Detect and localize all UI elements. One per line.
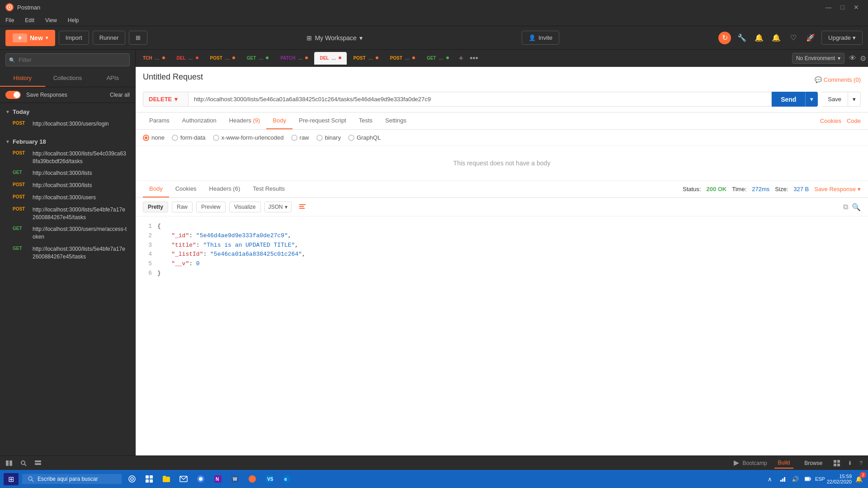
save-response-button[interactable]: Save Response ▾ xyxy=(814,186,861,192)
format-pretty-button[interactable]: Pretty xyxy=(143,202,168,212)
list-item[interactable]: POST http://localhost:3000/lists/5e4bfe7… xyxy=(5,204,130,224)
taskbar-postman-icon[interactable] xyxy=(245,472,259,486)
download-icon[interactable]: ⬇ xyxy=(848,460,852,466)
menu-view[interactable]: View xyxy=(43,16,59,24)
wrap-icon[interactable] xyxy=(299,203,306,211)
close-button[interactable]: ✕ xyxy=(850,3,863,12)
send-button[interactable]: Send xyxy=(772,92,805,107)
radio-none[interactable]: none xyxy=(143,134,165,141)
radio-form-data[interactable]: form-data xyxy=(172,134,206,141)
save-arrow-button[interactable]: ▾ xyxy=(848,92,861,107)
taskbar-edge-icon[interactable]: e xyxy=(280,472,293,486)
sync-icon[interactable]: ↻ xyxy=(718,32,731,44)
list-item[interactable]: POST http://localhost:3000/users/login xyxy=(5,118,130,130)
taskbar-taskview-icon[interactable] xyxy=(142,472,156,486)
taskbar-cortana-icon[interactable] xyxy=(125,472,139,486)
clear-all-button[interactable]: Clear all xyxy=(110,92,130,98)
taskbar-notification-icon[interactable]: 🔔 2 xyxy=(854,474,864,484)
bell-icon[interactable]: 🔔 xyxy=(753,32,765,44)
tab-patch[interactable]: PATCH ... xyxy=(275,52,313,65)
heart-icon[interactable]: ♡ xyxy=(787,32,800,44)
response-tab-cookies[interactable]: Cookies xyxy=(169,181,203,197)
workspace-selector[interactable]: ⊞ My Workspace ▾ xyxy=(307,34,362,42)
invite-button[interactable]: 👤 Invite xyxy=(522,31,559,45)
save-responses-toggle[interactable] xyxy=(5,91,21,99)
minimize-button[interactable]: — xyxy=(822,3,835,12)
list-item[interactable]: GET http://localhost:3000/lists xyxy=(5,167,130,179)
tab-get2[interactable]: GET ... xyxy=(421,52,454,65)
tab-del-active[interactable]: DEL ... xyxy=(314,52,347,65)
taskbar-vscode-icon[interactable]: VS xyxy=(263,472,276,486)
sidebar-section-today-header[interactable]: ▼ Today xyxy=(5,106,130,118)
collections-bottom-icon[interactable] xyxy=(34,460,42,467)
req-tab-prerequest[interactable]: Pre-request Script xyxy=(292,113,353,129)
req-tab-settings[interactable]: Settings xyxy=(379,113,413,129)
tab-post3[interactable]: POST ... xyxy=(385,52,420,65)
notification-bell-icon[interactable]: 🔔 xyxy=(770,32,783,44)
radio-binary[interactable]: binary xyxy=(316,134,341,141)
sidebar-tab-apis[interactable]: APIs xyxy=(90,70,135,87)
json-format-selector[interactable]: JSON ▾ xyxy=(264,202,292,212)
sidebar-toggle-icon[interactable] xyxy=(5,460,13,467)
taskbar-onenote-icon[interactable]: N xyxy=(211,472,225,486)
taskbar-network-icon[interactable] xyxy=(777,474,788,484)
taskbar-chrome-icon[interactable] xyxy=(194,472,208,486)
tab-post1[interactable]: POST ... xyxy=(205,52,241,65)
code-link[interactable]: Code xyxy=(847,117,861,124)
req-tab-headers[interactable]: Headers (9) xyxy=(223,113,267,129)
radio-urlencoded[interactable]: x-www-form-urlencoded xyxy=(213,134,284,141)
grid-layout-icon[interactable] xyxy=(833,460,840,467)
sidebar-tab-history[interactable]: History xyxy=(0,70,45,87)
send-arrow-button[interactable]: ▾ xyxy=(805,92,818,107)
menu-help[interactable]: Help xyxy=(66,16,81,24)
filter-input[interactable] xyxy=(5,53,130,66)
req-tab-tests[interactable]: Tests xyxy=(353,113,379,129)
wrench-icon[interactable]: 🔧 xyxy=(736,32,748,44)
req-tab-body[interactable]: Body xyxy=(266,113,292,129)
sidebar-tab-collections[interactable]: Collections xyxy=(45,70,90,87)
layout-button[interactable]: ⊞ xyxy=(129,31,147,45)
list-item[interactable]: POST http://localhost:3000/lists/5e4c039… xyxy=(5,148,130,168)
response-tab-test-results[interactable]: Test Results xyxy=(246,181,291,197)
tab-tch[interactable]: TCH ... xyxy=(137,52,170,65)
env-selector[interactable]: No Environment ▾ xyxy=(792,53,844,64)
rocket-icon[interactable]: 🚀 xyxy=(804,32,817,44)
comments-link[interactable]: 💬 Comments (0) xyxy=(815,76,861,83)
tab-get1[interactable]: GET ... xyxy=(241,52,274,65)
taskbar-battery-icon[interactable] xyxy=(802,474,813,484)
menu-edit[interactable]: Edit xyxy=(23,16,36,24)
menu-file[interactable]: File xyxy=(4,16,16,24)
format-visualize-button[interactable]: Visualize xyxy=(229,202,261,212)
taskbar-files-icon[interactable] xyxy=(160,472,173,486)
search-icon[interactable]: 🔍 xyxy=(852,203,861,211)
format-raw-button[interactable]: Raw xyxy=(172,202,193,212)
tab-post2[interactable]: POST ... xyxy=(348,52,383,65)
req-tab-authorization[interactable]: Authorization xyxy=(176,113,223,129)
import-button[interactable]: Import xyxy=(59,31,89,45)
cookies-link[interactable]: Cookies xyxy=(820,117,841,124)
browse-button[interactable]: Browse xyxy=(801,458,826,468)
list-item[interactable]: POST http://localhost:3000/lists xyxy=(5,179,130,192)
start-button[interactable]: ⊞ xyxy=(4,473,19,485)
upgrade-button[interactable]: Upgrade ▾ xyxy=(821,31,863,45)
more-tabs-icon[interactable]: ••• xyxy=(468,52,480,65)
list-item[interactable]: GET http://localhost:3000/users/me/acces… xyxy=(5,223,130,243)
method-select[interactable]: DELETE ▾ xyxy=(143,92,188,107)
new-button[interactable]: + New ▾ xyxy=(5,30,55,46)
eye-icon[interactable]: 👁 xyxy=(849,54,856,62)
copy-icon[interactable]: ⧉ xyxy=(843,203,848,211)
taskbar-word-icon[interactable]: W xyxy=(228,472,242,486)
taskbar-up-icon[interactable]: ∧ xyxy=(764,474,775,484)
help-icon[interactable]: ? xyxy=(859,460,863,466)
req-tab-params[interactable]: Params xyxy=(143,113,176,129)
search-bottom-icon[interactable] xyxy=(20,460,27,467)
settings-icon[interactable]: ⚙ xyxy=(860,54,866,63)
taskbar-search[interactable]: Escribe aquí para buscar xyxy=(22,474,122,484)
maximize-button[interactable]: □ xyxy=(837,3,848,12)
sidebar-section-feb18-header[interactable]: ▼ February 18 xyxy=(5,136,130,148)
add-tab-icon[interactable]: + xyxy=(457,52,466,65)
bootcamp-icon[interactable]: Bootcamp xyxy=(733,460,767,467)
radio-graphql[interactable]: GraphQL xyxy=(348,134,381,141)
tab-del1[interactable]: DEL ... xyxy=(171,52,204,65)
response-tab-body[interactable]: Body xyxy=(143,181,169,197)
